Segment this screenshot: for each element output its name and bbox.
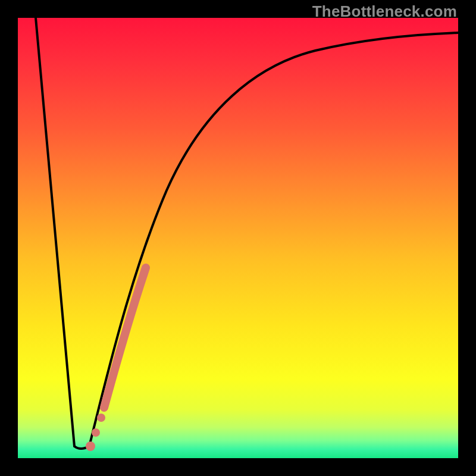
- highlight-dot: [92, 428, 100, 437]
- plot-area: [18, 18, 458, 458]
- chart-frame: TheBottleneck.com: [0, 0, 476, 476]
- highlight-dot: [86, 441, 95, 451]
- highlight-segment: [104, 268, 146, 408]
- curve-left-branch: [36, 18, 74, 446]
- curve-right-branch: [89, 33, 458, 446]
- curve-layer: [18, 18, 458, 458]
- highlight-dot: [97, 414, 105, 422]
